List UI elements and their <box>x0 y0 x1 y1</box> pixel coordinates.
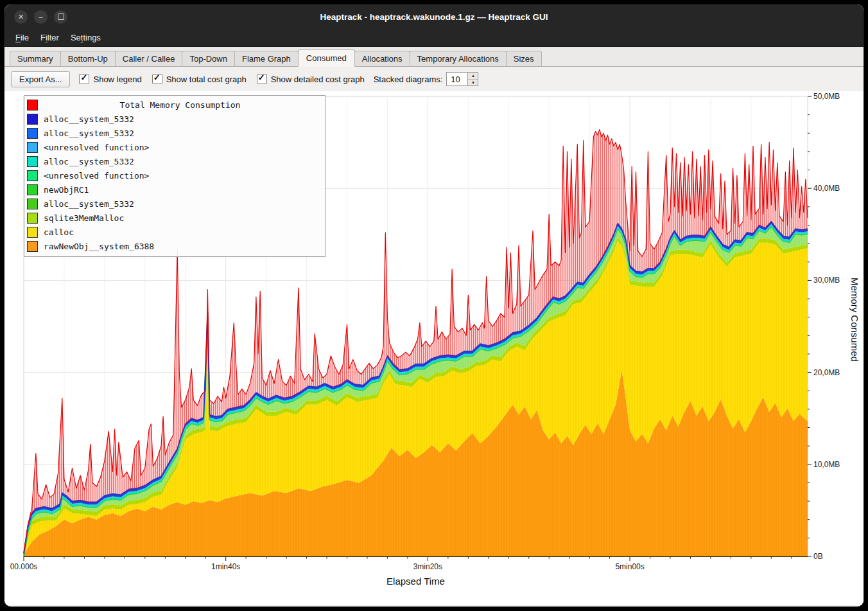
stacked-diagrams-group: Stacked diagrams: 10 ▲ ▼ <box>374 72 479 86</box>
minimize-button[interactable]: – <box>34 10 48 24</box>
checkbox-label: Show legend <box>93 75 141 84</box>
legend-label: alloc__system_5332 <box>44 114 134 124</box>
checkbox-show-legend[interactable]: Show legend <box>79 74 141 84</box>
maximize-button[interactable] <box>54 10 67 24</box>
close-icon: ✕ <box>18 13 24 21</box>
spinner-up-button[interactable]: ▲ <box>468 73 478 80</box>
legend-label: <unresolved function> <box>44 171 149 181</box>
maximize-icon <box>58 13 64 20</box>
heaptrack-window: ✕ – Heaptrack - heaptrack.wakunode.1.gz … <box>4 4 864 607</box>
minimize-icon: – <box>39 13 42 21</box>
legend-swatch <box>27 227 38 238</box>
legend-label: alloc__system_5332 <box>44 128 134 138</box>
tab-temporary-allocations[interactable]: Temporary Allocations <box>410 51 507 66</box>
legend-label: rawNewObj__system_6388 <box>44 242 154 251</box>
legend-item: calloc <box>27 225 322 239</box>
y-tick-label: 20,0MB <box>813 368 840 377</box>
legend-item: newObjRC1 <box>27 182 322 197</box>
legend-swatch <box>27 184 38 195</box>
legend-header: Total Memory Consumption <box>27 98 322 112</box>
legend-swatch <box>27 170 38 181</box>
menu-filter[interactable]: Filter <box>35 30 65 45</box>
toolbar-checks: Show legendShow total cost graphShow det… <box>79 74 364 84</box>
legend-title: Total Memory Consumption <box>38 100 322 110</box>
tab-consumed[interactable]: Consumed <box>298 49 355 67</box>
tab-bar: SummaryBottom-UpCaller / CalleeTop-DownF… <box>4 47 864 67</box>
legend-item: <unresolved function> <box>27 140 322 154</box>
checkbox-show-total-cost-graph[interactable]: Show total cost graph <box>152 74 247 84</box>
y-axis-title: Memory Consumed <box>849 278 860 362</box>
menu-settings[interactable]: Settings <box>65 30 107 45</box>
title-bar[interactable]: ✕ – Heaptrack - heaptrack.wakunode.1.gz … <box>4 4 864 29</box>
close-button[interactable]: ✕ <box>14 10 28 24</box>
x-tick-label: 5min00s <box>615 562 644 571</box>
legend-swatch <box>27 142 38 153</box>
y-tick-label: 40,0MB <box>813 184 840 193</box>
y-tick-label: 50,0MB <box>813 92 840 101</box>
legend-label: newObjRC1 <box>44 185 89 195</box>
export-as-button[interactable]: Export As... <box>11 71 70 87</box>
spinner-down-button[interactable]: ▼ <box>468 80 478 86</box>
legend-item: sqlite3MemMalloc <box>27 211 322 225</box>
legend-item: alloc__system_5332 <box>27 126 322 140</box>
tab-top-down[interactable]: Top-Down <box>182 51 235 66</box>
legend-swatch <box>27 241 38 252</box>
legend-label: calloc <box>44 227 74 237</box>
x-tick-label: 3min20s <box>413 562 442 571</box>
toolbar: Export As... Show legendShow total cost … <box>4 67 864 91</box>
checkbox-show-detailed-cost-graph[interactable]: Show detailed cost graph <box>257 74 365 84</box>
checkbox-label: Show total cost graph <box>166 75 247 84</box>
tab-summary[interactable]: Summary <box>10 51 61 66</box>
menu-file[interactable]: File <box>10 30 35 45</box>
chart-area: 00.000s1min40s3min20s5min00s0B10,0MB20,0… <box>4 91 864 605</box>
x-tick-label: 00.000s <box>10 562 38 571</box>
legend-label: alloc__system_5332 <box>44 199 134 209</box>
legend-label: <unresolved function> <box>44 143 149 152</box>
tab-sizes[interactable]: Sizes <box>506 51 542 66</box>
spinner-value[interactable]: 10 <box>446 72 468 86</box>
tab-allocations[interactable]: Allocations <box>354 51 410 66</box>
legend-item: alloc__system_5332 <box>27 154 322 168</box>
tab-caller-callee[interactable]: Caller / Callee <box>115 51 183 66</box>
checkbox-box[interactable] <box>79 74 89 84</box>
legend-item: alloc__system_5332 <box>27 112 322 126</box>
checkbox-box[interactable] <box>257 74 267 84</box>
stacked-diagrams-label: Stacked diagrams: <box>374 75 443 84</box>
legend-title-swatch <box>27 100 38 111</box>
spinner-buttons: ▲ ▼ <box>468 72 478 86</box>
y-tick-label: 0B <box>813 552 823 561</box>
stacked-diagrams-spinner[interactable]: 10 ▲ ▼ <box>446 72 478 86</box>
tab-bottom-up[interactable]: Bottom-Up <box>60 51 116 66</box>
y-tick-label: 10,0MB <box>813 460 840 469</box>
menu-bar: FileFilterSettings <box>4 29 864 47</box>
checkbox-label: Show detailed cost graph <box>271 75 365 84</box>
window-title: Heaptrack - heaptrack.wakunode.1.gz — He… <box>4 12 864 22</box>
y-tick-label: 30,0MB <box>813 276 840 285</box>
legend-swatch <box>27 128 38 139</box>
legend-swatch <box>27 114 38 125</box>
tab-flame-graph[interactable]: Flame Graph <box>234 51 299 66</box>
legend-swatch <box>27 156 38 167</box>
legend-item: rawNewObj__system_6388 <box>27 239 322 253</box>
legend-item: alloc__system_5332 <box>27 197 322 211</box>
legend-swatch <box>27 213 38 224</box>
chart-legend: Total Memory Consumption alloc__system_5… <box>24 95 326 257</box>
x-tick-label: 1min40s <box>211 562 240 571</box>
legend-label: alloc__system_5332 <box>44 157 134 166</box>
legend-swatch <box>27 199 38 209</box>
legend-label: sqlite3MemMalloc <box>44 213 124 223</box>
legend-item: <unresolved function> <box>27 168 322 182</box>
x-axis-title: Elapsed Time <box>24 576 808 587</box>
checkbox-box[interactable] <box>152 74 162 84</box>
